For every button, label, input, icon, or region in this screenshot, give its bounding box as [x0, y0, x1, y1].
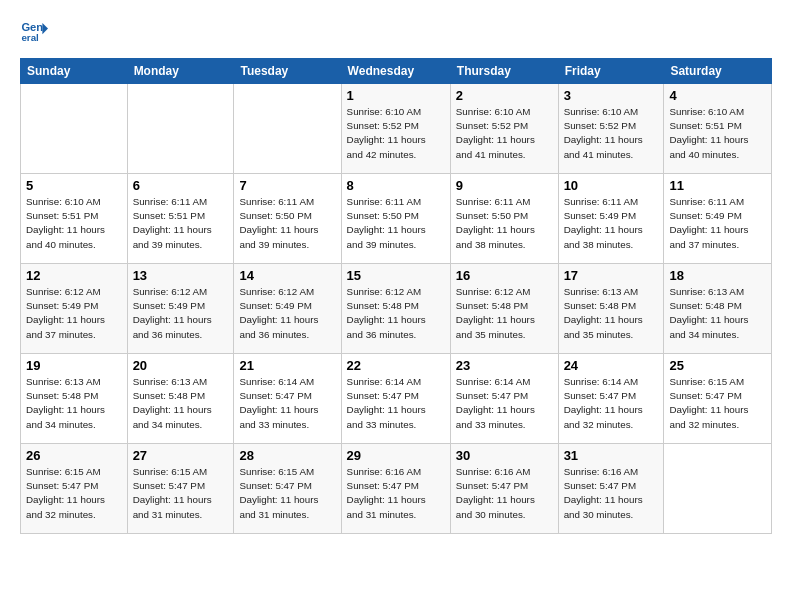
day-number: 28	[239, 448, 335, 463]
day-number: 29	[347, 448, 445, 463]
logo-icon: Gen eral	[20, 16, 48, 44]
week-row-3: 19Sunrise: 6:13 AMSunset: 5:48 PMDayligh…	[21, 354, 772, 444]
day-info: Sunrise: 6:10 AMSunset: 5:52 PMDaylight:…	[456, 105, 553, 162]
day-number: 12	[26, 268, 122, 283]
day-info: Sunrise: 6:15 AMSunset: 5:47 PMDaylight:…	[669, 375, 766, 432]
day-cell: 17Sunrise: 6:13 AMSunset: 5:48 PMDayligh…	[558, 264, 664, 354]
day-cell: 16Sunrise: 6:12 AMSunset: 5:48 PMDayligh…	[450, 264, 558, 354]
header-row: SundayMondayTuesdayWednesdayThursdayFrid…	[21, 59, 772, 84]
day-cell: 31Sunrise: 6:16 AMSunset: 5:47 PMDayligh…	[558, 444, 664, 534]
day-number: 15	[347, 268, 445, 283]
day-info: Sunrise: 6:12 AMSunset: 5:49 PMDaylight:…	[239, 285, 335, 342]
day-info: Sunrise: 6:12 AMSunset: 5:48 PMDaylight:…	[347, 285, 445, 342]
svg-text:eral: eral	[21, 32, 39, 43]
day-info: Sunrise: 6:14 AMSunset: 5:47 PMDaylight:…	[456, 375, 553, 432]
day-info: Sunrise: 6:15 AMSunset: 5:47 PMDaylight:…	[133, 465, 229, 522]
day-info: Sunrise: 6:10 AMSunset: 5:52 PMDaylight:…	[347, 105, 445, 162]
day-cell: 7Sunrise: 6:11 AMSunset: 5:50 PMDaylight…	[234, 174, 341, 264]
week-row-2: 12Sunrise: 6:12 AMSunset: 5:49 PMDayligh…	[21, 264, 772, 354]
day-number: 11	[669, 178, 766, 193]
day-cell	[127, 84, 234, 174]
day-number: 21	[239, 358, 335, 373]
day-info: Sunrise: 6:10 AMSunset: 5:51 PMDaylight:…	[26, 195, 122, 252]
day-info: Sunrise: 6:12 AMSunset: 5:49 PMDaylight:…	[26, 285, 122, 342]
day-number: 25	[669, 358, 766, 373]
col-header-tuesday: Tuesday	[234, 59, 341, 84]
day-number: 10	[564, 178, 659, 193]
day-cell: 25Sunrise: 6:15 AMSunset: 5:47 PMDayligh…	[664, 354, 772, 444]
day-cell: 22Sunrise: 6:14 AMSunset: 5:47 PMDayligh…	[341, 354, 450, 444]
day-cell: 4Sunrise: 6:10 AMSunset: 5:51 PMDaylight…	[664, 84, 772, 174]
day-info: Sunrise: 6:11 AMSunset: 5:50 PMDaylight:…	[239, 195, 335, 252]
day-info: Sunrise: 6:15 AMSunset: 5:47 PMDaylight:…	[26, 465, 122, 522]
day-cell: 19Sunrise: 6:13 AMSunset: 5:48 PMDayligh…	[21, 354, 128, 444]
day-cell: 13Sunrise: 6:12 AMSunset: 5:49 PMDayligh…	[127, 264, 234, 354]
day-info: Sunrise: 6:10 AMSunset: 5:51 PMDaylight:…	[669, 105, 766, 162]
day-cell	[21, 84, 128, 174]
day-number: 20	[133, 358, 229, 373]
day-cell: 5Sunrise: 6:10 AMSunset: 5:51 PMDaylight…	[21, 174, 128, 264]
day-number: 13	[133, 268, 229, 283]
week-row-1: 5Sunrise: 6:10 AMSunset: 5:51 PMDaylight…	[21, 174, 772, 264]
day-number: 27	[133, 448, 229, 463]
day-number: 24	[564, 358, 659, 373]
day-number: 18	[669, 268, 766, 283]
day-cell: 2Sunrise: 6:10 AMSunset: 5:52 PMDaylight…	[450, 84, 558, 174]
day-info: Sunrise: 6:11 AMSunset: 5:51 PMDaylight:…	[133, 195, 229, 252]
day-cell: 18Sunrise: 6:13 AMSunset: 5:48 PMDayligh…	[664, 264, 772, 354]
col-header-thursday: Thursday	[450, 59, 558, 84]
col-header-monday: Monday	[127, 59, 234, 84]
week-row-0: 1Sunrise: 6:10 AMSunset: 5:52 PMDaylight…	[21, 84, 772, 174]
day-number: 9	[456, 178, 553, 193]
day-cell: 30Sunrise: 6:16 AMSunset: 5:47 PMDayligh…	[450, 444, 558, 534]
col-header-wednesday: Wednesday	[341, 59, 450, 84]
page: Gen eral SundayMondayTuesdayWednesdayThu…	[0, 0, 792, 612]
day-info: Sunrise: 6:14 AMSunset: 5:47 PMDaylight:…	[564, 375, 659, 432]
day-info: Sunrise: 6:13 AMSunset: 5:48 PMDaylight:…	[564, 285, 659, 342]
day-info: Sunrise: 6:13 AMSunset: 5:48 PMDaylight:…	[26, 375, 122, 432]
day-info: Sunrise: 6:11 AMSunset: 5:50 PMDaylight:…	[347, 195, 445, 252]
week-row-4: 26Sunrise: 6:15 AMSunset: 5:47 PMDayligh…	[21, 444, 772, 534]
day-info: Sunrise: 6:15 AMSunset: 5:47 PMDaylight:…	[239, 465, 335, 522]
day-info: Sunrise: 6:12 AMSunset: 5:49 PMDaylight:…	[133, 285, 229, 342]
col-header-sunday: Sunday	[21, 59, 128, 84]
col-header-saturday: Saturday	[664, 59, 772, 84]
day-number: 26	[26, 448, 122, 463]
day-number: 3	[564, 88, 659, 103]
day-number: 4	[669, 88, 766, 103]
day-info: Sunrise: 6:13 AMSunset: 5:48 PMDaylight:…	[669, 285, 766, 342]
day-number: 30	[456, 448, 553, 463]
day-number: 31	[564, 448, 659, 463]
day-number: 16	[456, 268, 553, 283]
header: Gen eral	[20, 16, 772, 44]
day-info: Sunrise: 6:11 AMSunset: 5:49 PMDaylight:…	[564, 195, 659, 252]
day-number: 6	[133, 178, 229, 193]
col-header-friday: Friday	[558, 59, 664, 84]
day-number: 5	[26, 178, 122, 193]
day-number: 19	[26, 358, 122, 373]
day-cell: 28Sunrise: 6:15 AMSunset: 5:47 PMDayligh…	[234, 444, 341, 534]
day-cell: 15Sunrise: 6:12 AMSunset: 5:48 PMDayligh…	[341, 264, 450, 354]
day-info: Sunrise: 6:16 AMSunset: 5:47 PMDaylight:…	[564, 465, 659, 522]
day-cell: 26Sunrise: 6:15 AMSunset: 5:47 PMDayligh…	[21, 444, 128, 534]
day-cell: 9Sunrise: 6:11 AMSunset: 5:50 PMDaylight…	[450, 174, 558, 264]
day-cell	[234, 84, 341, 174]
day-cell: 6Sunrise: 6:11 AMSunset: 5:51 PMDaylight…	[127, 174, 234, 264]
day-info: Sunrise: 6:11 AMSunset: 5:50 PMDaylight:…	[456, 195, 553, 252]
day-number: 14	[239, 268, 335, 283]
logo: Gen eral	[20, 16, 52, 44]
day-info: Sunrise: 6:10 AMSunset: 5:52 PMDaylight:…	[564, 105, 659, 162]
calendar-table: SundayMondayTuesdayWednesdayThursdayFrid…	[20, 58, 772, 534]
day-info: Sunrise: 6:12 AMSunset: 5:48 PMDaylight:…	[456, 285, 553, 342]
day-info: Sunrise: 6:13 AMSunset: 5:48 PMDaylight:…	[133, 375, 229, 432]
day-number: 1	[347, 88, 445, 103]
day-cell: 14Sunrise: 6:12 AMSunset: 5:49 PMDayligh…	[234, 264, 341, 354]
day-number: 23	[456, 358, 553, 373]
day-cell: 1Sunrise: 6:10 AMSunset: 5:52 PMDaylight…	[341, 84, 450, 174]
day-cell: 3Sunrise: 6:10 AMSunset: 5:52 PMDaylight…	[558, 84, 664, 174]
day-cell: 10Sunrise: 6:11 AMSunset: 5:49 PMDayligh…	[558, 174, 664, 264]
day-cell: 11Sunrise: 6:11 AMSunset: 5:49 PMDayligh…	[664, 174, 772, 264]
day-cell: 21Sunrise: 6:14 AMSunset: 5:47 PMDayligh…	[234, 354, 341, 444]
day-info: Sunrise: 6:16 AMSunset: 5:47 PMDaylight:…	[456, 465, 553, 522]
day-info: Sunrise: 6:11 AMSunset: 5:49 PMDaylight:…	[669, 195, 766, 252]
